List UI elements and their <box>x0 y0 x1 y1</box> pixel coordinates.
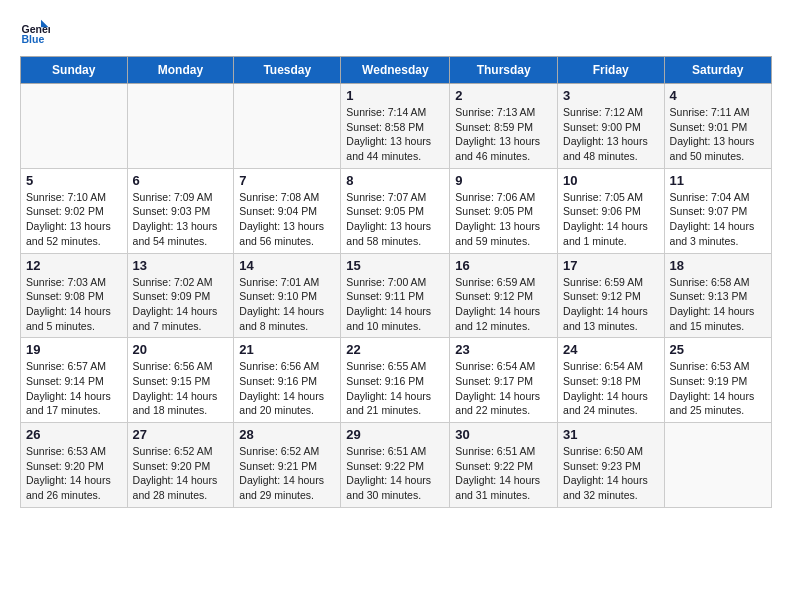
day-number: 23 <box>455 342 552 357</box>
day-number: 8 <box>346 173 444 188</box>
calendar-cell: 15Sunrise: 7:00 AMSunset: 9:11 PMDayligh… <box>341 253 450 338</box>
day-header-sunday: Sunday <box>21 57 128 84</box>
calendar-cell: 25Sunrise: 6:53 AMSunset: 9:19 PMDayligh… <box>664 338 771 423</box>
calendar-cell: 2Sunrise: 7:13 AMSunset: 8:59 PMDaylight… <box>450 84 558 169</box>
header: General Blue <box>20 16 772 46</box>
day-number: 20 <box>133 342 229 357</box>
calendar-cell: 19Sunrise: 6:57 AMSunset: 9:14 PMDayligh… <box>21 338 128 423</box>
calendar-week-2: 5Sunrise: 7:10 AMSunset: 9:02 PMDaylight… <box>21 168 772 253</box>
calendar-cell: 28Sunrise: 6:52 AMSunset: 9:21 PMDayligh… <box>234 423 341 508</box>
calendar-cell: 6Sunrise: 7:09 AMSunset: 9:03 PMDaylight… <box>127 168 234 253</box>
day-number: 7 <box>239 173 335 188</box>
day-info: Sunrise: 7:06 AMSunset: 9:05 PMDaylight:… <box>455 190 552 249</box>
day-number: 16 <box>455 258 552 273</box>
day-number: 6 <box>133 173 229 188</box>
day-info: Sunrise: 7:14 AMSunset: 8:58 PMDaylight:… <box>346 105 444 164</box>
day-info: Sunrise: 7:10 AMSunset: 9:02 PMDaylight:… <box>26 190 122 249</box>
calendar-cell: 24Sunrise: 6:54 AMSunset: 9:18 PMDayligh… <box>558 338 665 423</box>
calendar-cell <box>664 423 771 508</box>
calendar-cell: 22Sunrise: 6:55 AMSunset: 9:16 PMDayligh… <box>341 338 450 423</box>
day-number: 25 <box>670 342 766 357</box>
calendar-cell: 20Sunrise: 6:56 AMSunset: 9:15 PMDayligh… <box>127 338 234 423</box>
calendar-cell: 9Sunrise: 7:06 AMSunset: 9:05 PMDaylight… <box>450 168 558 253</box>
day-info: Sunrise: 6:51 AMSunset: 9:22 PMDaylight:… <box>346 444 444 503</box>
calendar-week-4: 19Sunrise: 6:57 AMSunset: 9:14 PMDayligh… <box>21 338 772 423</box>
day-number: 19 <box>26 342 122 357</box>
calendar-header: SundayMondayTuesdayWednesdayThursdayFrid… <box>21 57 772 84</box>
day-info: Sunrise: 6:59 AMSunset: 9:12 PMDaylight:… <box>455 275 552 334</box>
day-info: Sunrise: 6:56 AMSunset: 9:16 PMDaylight:… <box>239 359 335 418</box>
calendar-cell: 10Sunrise: 7:05 AMSunset: 9:06 PMDayligh… <box>558 168 665 253</box>
day-info: Sunrise: 6:58 AMSunset: 9:13 PMDaylight:… <box>670 275 766 334</box>
calendar-cell: 3Sunrise: 7:12 AMSunset: 9:00 PMDaylight… <box>558 84 665 169</box>
day-number: 22 <box>346 342 444 357</box>
day-info: Sunrise: 7:13 AMSunset: 8:59 PMDaylight:… <box>455 105 552 164</box>
calendar-cell: 1Sunrise: 7:14 AMSunset: 8:58 PMDaylight… <box>341 84 450 169</box>
calendar-cell: 18Sunrise: 6:58 AMSunset: 9:13 PMDayligh… <box>664 253 771 338</box>
calendar-cell: 16Sunrise: 6:59 AMSunset: 9:12 PMDayligh… <box>450 253 558 338</box>
day-header-saturday: Saturday <box>664 57 771 84</box>
day-number: 15 <box>346 258 444 273</box>
calendar-week-5: 26Sunrise: 6:53 AMSunset: 9:20 PMDayligh… <box>21 423 772 508</box>
day-info: Sunrise: 7:08 AMSunset: 9:04 PMDaylight:… <box>239 190 335 249</box>
day-number: 14 <box>239 258 335 273</box>
day-info: Sunrise: 6:55 AMSunset: 9:16 PMDaylight:… <box>346 359 444 418</box>
day-number: 27 <box>133 427 229 442</box>
day-number: 21 <box>239 342 335 357</box>
calendar-cell: 17Sunrise: 6:59 AMSunset: 9:12 PMDayligh… <box>558 253 665 338</box>
calendar-cell: 4Sunrise: 7:11 AMSunset: 9:01 PMDaylight… <box>664 84 771 169</box>
day-info: Sunrise: 7:02 AMSunset: 9:09 PMDaylight:… <box>133 275 229 334</box>
day-number: 18 <box>670 258 766 273</box>
day-info: Sunrise: 6:54 AMSunset: 9:17 PMDaylight:… <box>455 359 552 418</box>
day-number: 30 <box>455 427 552 442</box>
day-number: 12 <box>26 258 122 273</box>
calendar-table: SundayMondayTuesdayWednesdayThursdayFrid… <box>20 56 772 508</box>
day-number: 13 <box>133 258 229 273</box>
calendar-cell: 7Sunrise: 7:08 AMSunset: 9:04 PMDaylight… <box>234 168 341 253</box>
day-number: 24 <box>563 342 659 357</box>
day-info: Sunrise: 6:56 AMSunset: 9:15 PMDaylight:… <box>133 359 229 418</box>
calendar-cell: 13Sunrise: 7:02 AMSunset: 9:09 PMDayligh… <box>127 253 234 338</box>
day-info: Sunrise: 6:57 AMSunset: 9:14 PMDaylight:… <box>26 359 122 418</box>
calendar-cell: 31Sunrise: 6:50 AMSunset: 9:23 PMDayligh… <box>558 423 665 508</box>
day-info: Sunrise: 7:12 AMSunset: 9:00 PMDaylight:… <box>563 105 659 164</box>
day-number: 17 <box>563 258 659 273</box>
day-info: Sunrise: 6:52 AMSunset: 9:21 PMDaylight:… <box>239 444 335 503</box>
day-number: 3 <box>563 88 659 103</box>
header-row: SundayMondayTuesdayWednesdayThursdayFrid… <box>21 57 772 84</box>
day-info: Sunrise: 7:04 AMSunset: 9:07 PMDaylight:… <box>670 190 766 249</box>
day-info: Sunrise: 7:11 AMSunset: 9:01 PMDaylight:… <box>670 105 766 164</box>
day-number: 9 <box>455 173 552 188</box>
calendar-cell: 5Sunrise: 7:10 AMSunset: 9:02 PMDaylight… <box>21 168 128 253</box>
page-container: General Blue SundayMondayTuesdayWednesda… <box>0 0 792 524</box>
calendar-body: 1Sunrise: 7:14 AMSunset: 8:58 PMDaylight… <box>21 84 772 508</box>
day-header-monday: Monday <box>127 57 234 84</box>
day-info: Sunrise: 6:53 AMSunset: 9:19 PMDaylight:… <box>670 359 766 418</box>
calendar-cell: 14Sunrise: 7:01 AMSunset: 9:10 PMDayligh… <box>234 253 341 338</box>
calendar-week-3: 12Sunrise: 7:03 AMSunset: 9:08 PMDayligh… <box>21 253 772 338</box>
calendar-cell: 8Sunrise: 7:07 AMSunset: 9:05 PMDaylight… <box>341 168 450 253</box>
day-info: Sunrise: 6:52 AMSunset: 9:20 PMDaylight:… <box>133 444 229 503</box>
day-number: 2 <box>455 88 552 103</box>
day-number: 26 <box>26 427 122 442</box>
day-info: Sunrise: 6:54 AMSunset: 9:18 PMDaylight:… <box>563 359 659 418</box>
calendar-cell: 23Sunrise: 6:54 AMSunset: 9:17 PMDayligh… <box>450 338 558 423</box>
calendar-week-1: 1Sunrise: 7:14 AMSunset: 8:58 PMDaylight… <box>21 84 772 169</box>
day-info: Sunrise: 6:53 AMSunset: 9:20 PMDaylight:… <box>26 444 122 503</box>
day-number: 28 <box>239 427 335 442</box>
day-info: Sunrise: 6:51 AMSunset: 9:22 PMDaylight:… <box>455 444 552 503</box>
day-info: Sunrise: 7:09 AMSunset: 9:03 PMDaylight:… <box>133 190 229 249</box>
day-number: 10 <box>563 173 659 188</box>
day-header-friday: Friday <box>558 57 665 84</box>
svg-text:Blue: Blue <box>22 33 45 45</box>
day-info: Sunrise: 6:59 AMSunset: 9:12 PMDaylight:… <box>563 275 659 334</box>
day-info: Sunrise: 7:01 AMSunset: 9:10 PMDaylight:… <box>239 275 335 334</box>
day-number: 31 <box>563 427 659 442</box>
day-header-thursday: Thursday <box>450 57 558 84</box>
calendar-cell: 29Sunrise: 6:51 AMSunset: 9:22 PMDayligh… <box>341 423 450 508</box>
calendar-cell: 11Sunrise: 7:04 AMSunset: 9:07 PMDayligh… <box>664 168 771 253</box>
day-number: 11 <box>670 173 766 188</box>
day-info: Sunrise: 7:07 AMSunset: 9:05 PMDaylight:… <box>346 190 444 249</box>
day-info: Sunrise: 6:50 AMSunset: 9:23 PMDaylight:… <box>563 444 659 503</box>
calendar-cell: 26Sunrise: 6:53 AMSunset: 9:20 PMDayligh… <box>21 423 128 508</box>
